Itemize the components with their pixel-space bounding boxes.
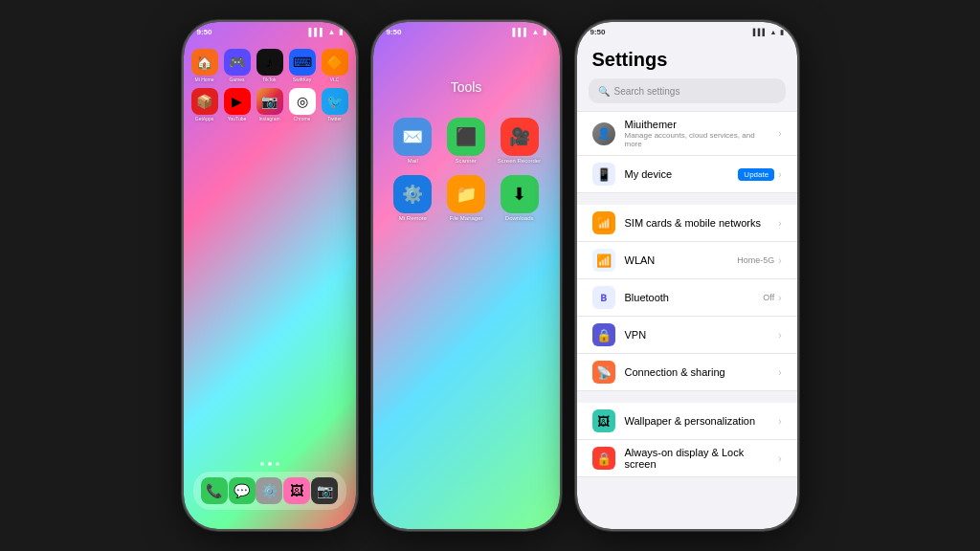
- dock-phone[interactable]: 📞: [201, 477, 228, 504]
- folder-row-1: ✉️ Mail ⬛ Scanner 🎥 Screen Recorder: [392, 118, 541, 164]
- app-swiftkey[interactable]: ⌨ SwiftKey: [289, 49, 316, 82]
- app-tiktok[interactable]: ♪ TikTok: [256, 49, 283, 82]
- folder-files-icon: 📁: [447, 175, 485, 213]
- vpn-icon: 🔒: [592, 323, 615, 346]
- battery-icon-2: ▮: [543, 28, 546, 36]
- chevron-icon: ›: [778, 128, 781, 139]
- time-2: 9:50: [387, 28, 402, 36]
- section-gap-1: [577, 193, 797, 205]
- wallpaper-chevron: ›: [778, 416, 781, 427]
- wallpaper-text: Wallpaper & personalization: [625, 415, 769, 427]
- app-mihome[interactable]: 🏠 Mi Home: [191, 49, 218, 82]
- dock-camera[interactable]: 📷: [311, 477, 338, 504]
- wifi-icon-2: ▲: [532, 28, 540, 36]
- phone-2: 9:50 ▌▌▌ ▲ ▮ Tools ✉️ Mail ⬛ Scanner 🎥: [373, 22, 560, 529]
- app-instagram-icon: 📷: [256, 88, 283, 115]
- vpn-right: ›: [778, 330, 781, 341]
- phone-1-screen: 9:50 ▌▌▌ ▲ ▮ 🏠 Mi Home 🎮 Games ♪: [184, 22, 356, 529]
- home-dock: 📞 💬 ⚙️ 🖼 📷: [193, 472, 346, 510]
- app-games-icon: 🎮: [224, 49, 251, 76]
- dock-messages[interactable]: 💬: [229, 477, 256, 504]
- settings-item-miuithemer[interactable]: 👤 Miuithemer Manage accounts, cloud serv…: [577, 111, 797, 156]
- app-vlc-label: VLC: [330, 77, 340, 82]
- app-vlc-icon: 🔶: [322, 49, 348, 76]
- settings-item-vpn[interactable]: 🔒 VPN ›: [577, 317, 797, 354]
- folder-recorder-label: Screen Recorder: [498, 158, 541, 164]
- folder-downloads-label: Downloads: [505, 215, 534, 221]
- folder-grid: ✉️ Mail ⬛ Scanner 🎥 Screen Recorder ⚙️ M…: [392, 118, 541, 221]
- settings-item-wlan[interactable]: 📶 WLAN Home-5G ›: [577, 242, 797, 279]
- wallpaper-right: ›: [778, 416, 781, 427]
- settings-item-sim[interactable]: 📶 SIM cards & mobile networks ›: [577, 205, 797, 242]
- my-device-right: Update ›: [738, 168, 781, 181]
- settings-item-connection[interactable]: 📡 Connection & sharing ›: [577, 354, 797, 391]
- app-getapps-label: GetApps: [195, 116, 213, 121]
- phone-1: 9:50 ▌▌▌ ▲ ▮ 🏠 Mi Home 🎮 Games ♪: [184, 22, 356, 529]
- home-dots: [184, 462, 356, 466]
- miuithemer-right: ›: [778, 128, 781, 139]
- status-icons-3: ▌▌▌ ▲ ▮: [753, 29, 784, 36]
- home-apps-grid: 🏠 Mi Home 🎮 Games ♪ TikTok ⌨ SwiftKey 🔶: [191, 49, 348, 121]
- dock-gallery[interactable]: 🖼: [283, 477, 310, 504]
- folder-row-2: ⚙️ Mi Remote 📁 File Manager ⬇ Downloads: [392, 175, 541, 221]
- my-device-title: My device: [625, 168, 729, 180]
- folder-miremote-label: Mi Remote: [399, 215, 427, 221]
- sim-text: SIM cards & mobile networks: [625, 217, 769, 229]
- folder-scanner[interactable]: ⬛ Scanner: [445, 118, 487, 164]
- app-games[interactable]: 🎮 Games: [224, 49, 251, 82]
- wifi-icon: ▲: [328, 28, 336, 36]
- always-on-text: Always-on display & Lock screen: [625, 447, 769, 470]
- phone-2-screen: 9:50 ▌▌▌ ▲ ▮ Tools ✉️ Mail ⬛ Scanner 🎥: [373, 22, 560, 529]
- sim-icon: 📶: [592, 211, 615, 234]
- settings-item-my-device[interactable]: 📱 My device Update ›: [577, 156, 797, 193]
- connection-text: Connection & sharing: [625, 366, 769, 378]
- settings-item-always-on[interactable]: 🔒 Always-on display & Lock screen ›: [577, 440, 797, 477]
- app-twitter[interactable]: 🐦 Twitter: [322, 88, 348, 121]
- folder-mail[interactable]: ✉️ Mail: [392, 118, 434, 164]
- connection-chevron: ›: [778, 367, 781, 378]
- bluetooth-right: Off ›: [763, 293, 781, 303]
- status-bar-3: 9:50 ▌▌▌ ▲ ▮: [577, 22, 797, 39]
- wallpaper-title: Wallpaper & personalization: [625, 415, 769, 427]
- app-swiftkey-label: SwiftKey: [293, 77, 311, 82]
- bluetooth-icon: ʙ: [592, 286, 615, 309]
- my-device-icon: 📱: [592, 163, 615, 186]
- app-row-1: 🏠 Mi Home 🎮 Games ♪ TikTok ⌨ SwiftKey 🔶: [191, 49, 348, 82]
- settings-item-bluetooth[interactable]: ʙ Bluetooth Off ›: [577, 279, 797, 317]
- connection-right: ›: [778, 367, 781, 378]
- app-getapps-icon: 📦: [191, 88, 218, 115]
- wlan-right: Home-5G ›: [737, 255, 781, 266]
- always-on-title: Always-on display & Lock screen: [625, 447, 769, 470]
- dot-3: [276, 462, 279, 466]
- vpn-title: VPN: [625, 329, 769, 341]
- folder-scanner-label: Scanner: [456, 158, 477, 164]
- settings-search-bar[interactable]: 🔍 Search settings: [589, 78, 786, 103]
- status-icons-2: ▌▌▌ ▲ ▮: [513, 28, 546, 36]
- section-gap-2: [577, 391, 797, 403]
- signal-icon-2: ▌▌▌: [513, 28, 529, 36]
- app-instagram[interactable]: 📷 Instagram: [256, 88, 283, 121]
- app-vlc[interactable]: 🔶 VLC: [322, 49, 348, 82]
- dock-settings[interactable]: ⚙️: [256, 477, 282, 504]
- wlan-value: Home-5G: [737, 255, 774, 265]
- folder-files-label: File Manager: [450, 215, 483, 221]
- folder-files[interactable]: 📁 File Manager: [445, 175, 487, 221]
- vpn-chevron: ›: [778, 330, 781, 341]
- app-instagram-label: Instagram: [258, 116, 279, 121]
- folder-downloads[interactable]: ⬇ Downloads: [499, 175, 541, 221]
- status-bar-2: 9:50 ▌▌▌ ▲ ▮: [373, 22, 560, 39]
- wlan-text: WLAN: [625, 254, 728, 266]
- sim-chevron: ›: [778, 218, 781, 229]
- dot-2: [268, 462, 272, 466]
- app-getapps[interactable]: 📦 GetApps: [191, 88, 218, 121]
- settings-item-wallpaper[interactable]: 🖼 Wallpaper & personalization ›: [577, 403, 797, 440]
- folder-miremote[interactable]: ⚙️ Mi Remote: [392, 175, 434, 221]
- folder-recorder[interactable]: 🎥 Screen Recorder: [499, 118, 541, 164]
- miuithemer-subtitle: Manage accounts, cloud services, and mor…: [625, 131, 769, 148]
- battery-icon: ▮: [339, 28, 343, 36]
- folder-downloads-icon: ⬇: [501, 175, 539, 213]
- signal-icon: ▌▌▌: [309, 28, 325, 36]
- app-youtube[interactable]: ▶ YouTube: [224, 88, 251, 121]
- app-chrome[interactable]: ◎ Chrome: [289, 88, 316, 121]
- wlan-chevron: ›: [778, 255, 781, 266]
